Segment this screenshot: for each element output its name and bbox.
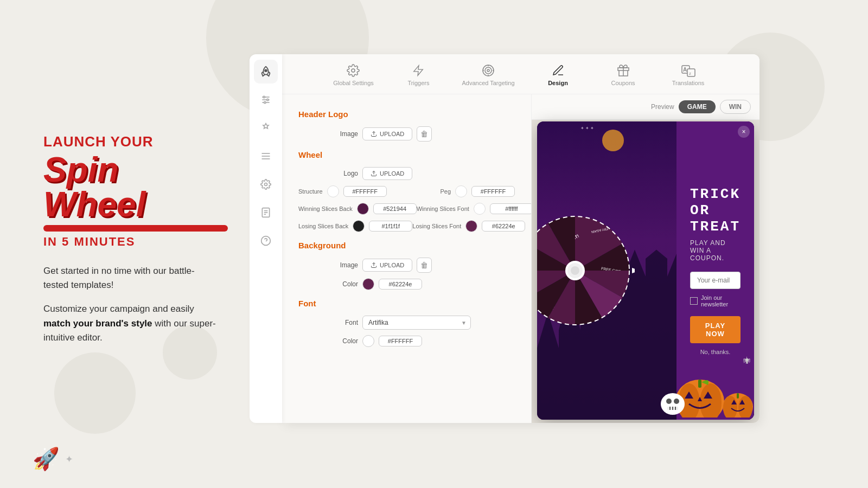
header-logo-delete-button[interactable]: 🗑 [417, 126, 432, 142]
losing-slices-font-row: Losing Slices Font [412, 220, 525, 232]
popup-game: × ✦ ✦ ✦ [537, 121, 754, 420]
sidebar-item-target[interactable] [254, 116, 278, 140]
play-now-button[interactable]: PLAY NOW [690, 316, 741, 343]
winning-slices-row: Winning Slices Back Winning Slices Font [298, 203, 515, 215]
wheel-upload-label: UPLOAD [380, 170, 404, 177]
peg-row: Peg [440, 185, 515, 197]
bg-image-label: Image [298, 261, 358, 269]
bg-color-input[interactable] [379, 279, 422, 290]
content-area: Header Logo Image UPLOAD 🗑 Wheel Logo UP… [282, 94, 760, 423]
losing-slices-back-label: Losing Slices Back [298, 223, 348, 229]
font-label: Font [298, 319, 358, 326]
image-label: Image [298, 130, 358, 138]
winning-slices-back-input[interactable] [373, 203, 417, 214]
nav-advanced-targeting-label: Advanced Targeting [462, 80, 514, 86]
bg-image-upload-button[interactable]: UPLOAD [362, 259, 412, 272]
nav-advanced-targeting[interactable]: Advanced Targeting [462, 64, 514, 86]
winning-slices-font-row: Winning Slices Font [417, 203, 532, 215]
losing-slices-back-input[interactable] [369, 221, 412, 232]
header-logo-upload-button[interactable]: UPLOAD [362, 127, 412, 140]
peg-label: Peg [440, 188, 451, 195]
popup-subtitle: PLAY AND WIN A COUPON. [690, 239, 741, 262]
wheel-section: ALMOST! FREE GIFT NOPE 25% OFF [537, 121, 584, 420]
svg-text:z: z [689, 71, 691, 76]
winning-slices-back-swatch[interactable] [357, 203, 369, 215]
spin-wheel-title: Spin Wheel [43, 152, 217, 222]
losing-slices-back-swatch[interactable] [353, 220, 365, 232]
font-color-input[interactable] [379, 336, 422, 346]
bg-color-swatch[interactable] [362, 278, 374, 290]
nav-triggers[interactable]: Triggers [397, 64, 440, 86]
winning-slices-font-swatch[interactable] [474, 203, 486, 215]
structure-peg-row: Structure Peg [298, 185, 515, 197]
popup-title: TRICK OR TREAT [690, 186, 741, 235]
nav-global-settings[interactable]: Global Settings [331, 64, 375, 86]
peg-color-swatch[interactable] [455, 185, 467, 197]
newsletter-checkbox[interactable] [690, 297, 698, 305]
structure-color-input[interactable] [343, 186, 387, 197]
svg-point-19 [483, 65, 494, 76]
wheel-logo-upload-button[interactable]: UPLOAD [362, 167, 412, 180]
desc-bold: match your brand's style [43, 318, 152, 329]
winning-slices-font-label: Winning Slices Font [417, 206, 469, 212]
bg-delete-button[interactable]: 🗑 [417, 258, 432, 273]
peg-color-input[interactable] [471, 186, 515, 197]
losing-slices-font-swatch[interactable] [465, 220, 477, 232]
svg-marker-18 [414, 66, 423, 75]
description-1: Get started in no time with our battle-t… [43, 264, 217, 293]
newsletter-row: Join our newsletter [690, 294, 741, 307]
preview-label: Preview [651, 103, 674, 111]
svg-rect-59 [737, 393, 739, 399]
spin-wheel-underline [43, 225, 228, 232]
header-logo-section-title: Header Logo [298, 110, 515, 119]
preview-panel: Preview GAME WIN × ✦ ✦ ✦ [532, 94, 760, 423]
wheel-logo-row: Logo UPLOAD [298, 167, 515, 180]
svg-point-20 [485, 67, 492, 74]
font-select[interactable]: Artifika [362, 316, 471, 330]
bg-image-row: Image UPLOAD 🗑 [298, 258, 515, 273]
background-section-title: Background [298, 241, 515, 250]
sidebar-item-sliders[interactable] [254, 88, 278, 112]
top-navigation: Global Settings Triggers Advanced Target… [282, 54, 760, 94]
sidebar-item-rocket[interactable] [254, 60, 278, 84]
font-color-row: Color [298, 335, 515, 347]
sidebar-item-gear[interactable] [254, 172, 278, 196]
nav-design[interactable]: Design [537, 64, 580, 86]
bg-color-label: Color [298, 280, 358, 288]
sidebar-item-help[interactable] [254, 229, 278, 253]
nav-translations[interactable]: A z Translations [667, 64, 710, 86]
font-section-title: Font [298, 299, 515, 308]
sidebar-item-list[interactable] [254, 144, 278, 168]
spin-wheel-svg: ALMOST! FREE GIFT NOPE 25% OFF [537, 211, 635, 330]
losing-slices-font-input[interactable] [482, 221, 525, 232]
header-logo-image-row: Image UPLOAD 🗑 [298, 126, 515, 142]
font-select-wrapper: Artifika ▼ [362, 316, 471, 330]
svg-marker-46 [632, 268, 635, 273]
nav-translations-label: Translations [672, 80, 705, 86]
game-preview-button[interactable]: GAME [679, 100, 716, 113]
header-upload-label: UPLOAD [380, 131, 404, 137]
left-panel: LAUNCH YOUR Spin Wheel IN 5 MINUTES Get … [0, 0, 250, 488]
svg-point-5 [267, 99, 269, 100]
svg-rect-53 [698, 380, 701, 388]
rocket-icon-large: 🚀 [33, 446, 60, 472]
svg-point-17 [352, 69, 355, 72]
minutes-text: IN 5 MINUTES [43, 235, 217, 249]
win-preview-button[interactable]: WIN [720, 100, 751, 114]
structure-color-swatch[interactable] [327, 185, 339, 197]
launch-text: LAUNCH YOUR [43, 133, 217, 150]
main-content: Global Settings Triggers Advanced Target… [282, 54, 760, 423]
sidebar-item-doc[interactable] [254, 201, 278, 224]
svg-point-21 [487, 69, 489, 72]
nav-coupons[interactable]: Coupons [602, 64, 645, 86]
losing-slices-font-label: Losing Slices Font [412, 223, 461, 229]
losing-slices-row: Losing Slices Back Losing Slices Font [298, 220, 515, 232]
popup-close-button[interactable]: × [738, 126, 750, 138]
winning-slices-font-input[interactable] [490, 203, 532, 214]
sidebar [250, 54, 282, 423]
popup-email-input[interactable] [690, 272, 741, 289]
font-color-swatch[interactable] [362, 335, 374, 347]
svg-point-4 [263, 96, 265, 98]
svg-text:🕷: 🕷 [743, 356, 751, 365]
font-color-label: Color [298, 337, 358, 345]
